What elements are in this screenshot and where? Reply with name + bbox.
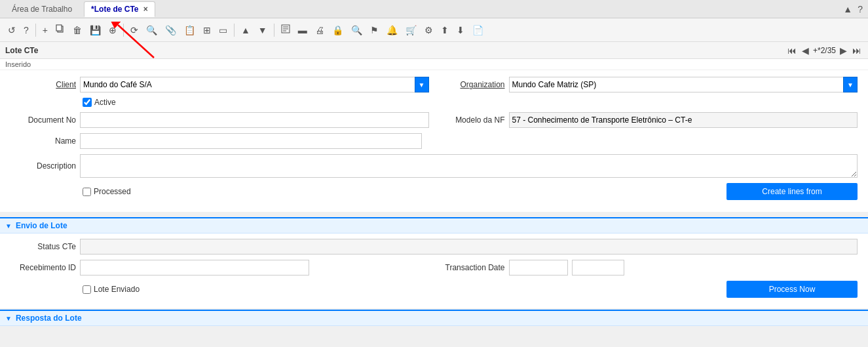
lote-enviado-row: Lote Enviado Process Now [10,281,858,298]
process-now-button[interactable]: Process Now [726,281,858,298]
envio-toggle-icon: ▼ [5,222,12,230]
resposta-section-title: Resposta do Lote [16,314,82,323]
processed-right: Create lines from [470,183,858,200]
cart-button[interactable]: 🛒 [403,24,419,37]
active-checkbox-wrapper: Active [83,98,116,107]
document-no-input[interactable] [80,112,429,128]
page-nav: ⏮ ◀ +*2/35 ▶ ⏭ [786,45,863,56]
copy2-button[interactable]: 📋 [181,24,198,37]
tab-bar-right: ▲ ? [843,4,863,14]
client-dropdown-arrow[interactable]: ▼ [415,77,429,92]
save-button[interactable]: 💾 [87,24,104,37]
recebimento-id-group: Recebimento ID [10,260,429,276]
tab-close-icon[interactable]: × [143,5,148,14]
transaction-time-input[interactable] [572,260,624,276]
organization-dropdown-wrapper: Mundo Cafe Matriz (SP) ▼ [509,77,858,92]
lock-button[interactable]: 🔒 [330,24,346,37]
resposta-toggle-icon: ▼ [5,315,12,322]
maximize-icon[interactable]: ▲ [843,4,852,14]
transaction-date-group: Transaction Date [440,260,858,276]
attach-button[interactable]: 📎 [162,24,179,37]
up-button[interactable]: ▲ [238,24,253,37]
help-button[interactable]: ? [21,24,31,37]
document-no-label: Document No [10,115,76,125]
recebimento-id-label: Recebimento ID [10,263,76,272]
delete-button[interactable]: 🗑 [70,24,85,37]
add-button[interactable]: ⊕ [106,24,119,37]
nav-first-button[interactable]: ⏮ [786,45,798,56]
page-header: Lote CTe ⏮ ◀ +*2/35 ▶ ⏭ [0,42,868,59]
copy-button[interactable] [53,23,67,37]
cloud-up-button[interactable]: ⬆ [438,24,451,37]
name-group: Name [10,133,422,149]
main-form: Client Mundo do Café S/A ▼ Organization … [0,70,868,212]
gear-button[interactable]: ⚙ [422,24,436,37]
transaction-date-input[interactable] [509,260,568,276]
report-button[interactable] [278,23,293,37]
description-group: Description [10,154,858,178]
description-label: Description [10,161,76,171]
tab-lote-cte[interactable]: *Lote de CTe × [84,1,155,17]
help-icon[interactable]: ? [858,4,863,14]
refresh-button[interactable]: ⟳ [128,24,141,37]
toolbar-sep-3 [234,24,235,37]
description-textarea[interactable] [80,154,858,178]
organization-label: Organization [440,80,505,89]
modelo-nf-group: Modelo da NF [440,112,858,128]
lote-enviado-checkbox[interactable] [83,285,91,294]
bell-button[interactable]: 🔔 [384,24,400,37]
nav-prev-button[interactable]: ◀ [801,45,810,56]
organization-group: Organization Mundo Cafe Matriz (SP) ▼ [440,77,858,92]
copy-icon [56,24,65,33]
status-cte-input [80,239,858,255]
organization-select[interactable]: Mundo Cafe Matriz (SP) [509,77,858,92]
docno-modelo-row: Document No Modelo da NF [10,112,858,128]
active-checkbox[interactable] [83,98,92,107]
record-info: +*2/35 [813,46,836,55]
grid-button[interactable]: ⊞ [200,24,214,37]
new-button[interactable]: + [40,24,50,37]
recebimento-date-row: Recebimento ID Transaction Date [10,260,858,276]
doc-button[interactable]: 📄 [470,24,486,37]
toolbar-sep-1 [35,24,36,37]
lote-enviado-left: Lote Enviado [83,285,470,294]
flag-button[interactable]: ⚑ [368,24,381,37]
envio-section-body: Status CTe Recebimento ID Transaction Da… [0,234,868,308]
status-bar: Inserido [0,59,868,70]
toolbar-sep-4 [274,24,274,37]
name-row: Name [10,133,858,149]
toolbar-sep-2 [123,24,124,37]
nav-next-button[interactable]: ▶ [839,45,848,56]
create-lines-button[interactable]: Create lines from [726,183,858,200]
form-button[interactable]: ▭ [216,24,230,37]
description-row: Description [10,154,858,178]
undo-button[interactable]: ↺ [5,24,18,37]
client-dropdown-wrapper: Mundo do Café S/A ▼ [80,77,429,92]
name-input[interactable] [80,133,422,149]
docno-group: Document No [10,112,429,128]
client-label: Client [10,80,76,89]
zoom-button[interactable]: 🔍 [349,24,365,37]
processed-checkbox[interactable] [83,188,91,196]
organization-dropdown-arrow[interactable]: ▼ [843,77,858,92]
client-org-row: Client Mundo do Café S/A ▼ Organization … [10,77,858,92]
report-icon [281,24,290,33]
search-button[interactable]: 🔍 [143,24,160,37]
resposta-section-header[interactable]: ▼ Resposta do Lote [0,310,868,326]
client-select[interactable]: Mundo do Café S/A [80,77,429,92]
processed-left: Processed [83,187,470,196]
status-text: Inserido [5,60,31,68]
recebimento-id-input[interactable] [80,260,309,276]
processed-label: Processed [94,187,131,196]
tab-workspace[interactable]: Área de Trabalho [5,2,79,16]
active-label: Active [94,98,116,107]
lote-enviado-label: Lote Enviado [94,285,140,294]
layout-button[interactable]: ▬ [295,24,310,37]
cloud-down-button[interactable]: ⬇ [454,24,467,37]
status-cte-label: Status CTe [10,242,76,251]
print-button[interactable]: 🖨 [312,24,327,37]
envio-section-header[interactable]: ▼ Envio de Lote [0,217,868,234]
down-button[interactable]: ▼ [255,24,270,37]
nav-last-button[interactable]: ⏭ [851,45,863,56]
processed-row: Processed Create lines from [10,183,858,200]
